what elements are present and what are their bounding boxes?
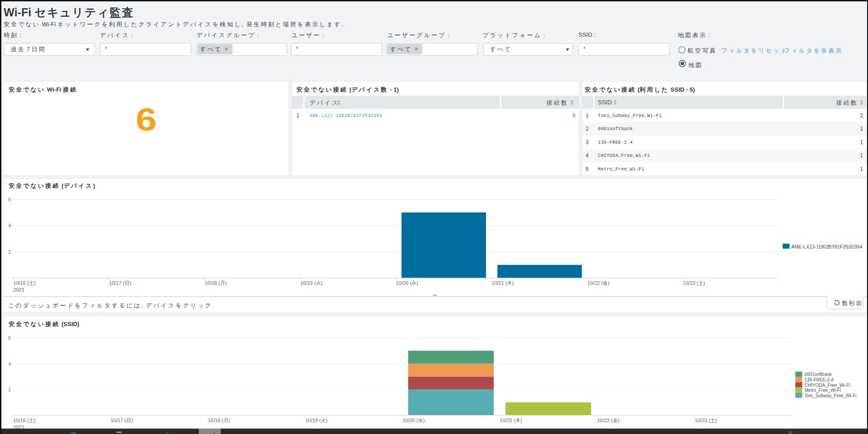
svg-text:10/23 (土): 10/23 (土) xyxy=(695,418,717,423)
svg-text:Toei_Subway_Free_Wi-Fi: Toei_Subway_Free_Wi-Fi xyxy=(804,393,857,398)
svg-text:10/17 (日): 10/17 (日) xyxy=(109,280,131,286)
svg-text:10/19 (火): 10/19 (火) xyxy=(305,418,327,423)
svg-text:10/18 (月): 10/18 (月) xyxy=(208,418,230,423)
svg-text:2: 2 xyxy=(8,249,11,254)
svg-text:10/20 (水): 10/20 (水) xyxy=(396,280,418,286)
svg-text:0001softbank: 0001softbank xyxy=(804,372,832,377)
svg-text:ANE-LX2J-1D62B781F2532354: ANE-LX2J-1D62B781F2532354 xyxy=(791,244,863,249)
svg-text:6: 6 xyxy=(8,197,11,202)
svg-text:10/18 (月): 10/18 (月) xyxy=(205,280,227,286)
svg-text:4: 4 xyxy=(8,361,11,366)
svg-text:6: 6 xyxy=(8,335,11,341)
svg-text:CHIYODA_Free_Wi-Fi: CHIYODA_Free_Wi-Fi xyxy=(804,383,850,388)
svg-text:10/17 (日): 10/17 (日) xyxy=(111,418,133,423)
svg-text:135-FREE-2.4: 135-FREE-2.4 xyxy=(804,377,833,382)
svg-text:2021: 2021 xyxy=(13,287,24,293)
svg-text:4: 4 xyxy=(8,223,11,228)
svg-text:10/19 (火): 10/19 (火) xyxy=(300,280,322,286)
svg-text:10/21 (木): 10/21 (木) xyxy=(500,418,522,423)
svg-text:10/16 (土): 10/16 (土) xyxy=(13,418,35,423)
svg-text:10/23 (土): 10/23 (土) xyxy=(683,280,705,286)
svg-text:10/20 (水): 10/20 (水) xyxy=(403,418,425,423)
svg-text:Metro_Free_Wi-Fi: Metro_Free_Wi-Fi xyxy=(804,388,841,393)
svg-text:2: 2 xyxy=(8,387,11,392)
svg-text:10/16 (土): 10/16 (土) xyxy=(13,280,35,286)
svg-text:10/22 (金): 10/22 (金) xyxy=(587,280,610,286)
svg-text:10/21 (木): 10/21 (木) xyxy=(492,280,514,286)
svg-text:10/22 (金): 10/22 (金) xyxy=(597,418,619,423)
